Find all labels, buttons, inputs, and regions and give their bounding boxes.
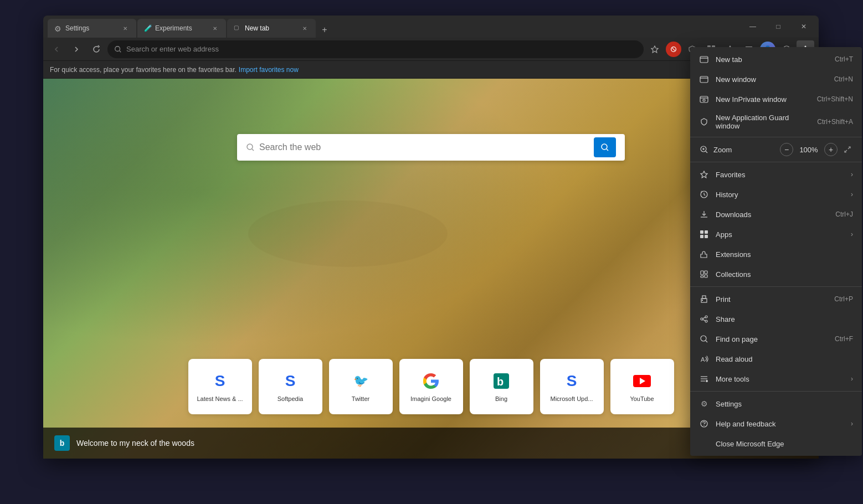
bing-icon: b [491, 371, 511, 391]
svg-point-0 [115, 46, 120, 51]
twitter-icon: 🐦 [351, 371, 371, 391]
menu-item-new-window[interactable]: New window Ctrl+N [690, 69, 862, 89]
tab-new-tab-label: New tab [245, 24, 297, 32]
tab-settings-label: Settings [65, 24, 117, 32]
tracking-prevention-btn[interactable] [665, 40, 682, 58]
new-window-menu-icon [699, 74, 709, 84]
menu-item-print[interactable]: Print Ctrl+P [690, 289, 862, 309]
page-search-bar[interactable] [237, 134, 625, 161]
menu-divider-4 [690, 391, 862, 392]
svg-line-1 [120, 50, 121, 52]
menu-item-zoom[interactable]: Zoom − 100% + [690, 140, 862, 160]
zoom-in-button[interactable]: + [824, 143, 838, 156]
menu-item-print-label: Print [716, 295, 828, 304]
minimize-button[interactable]: — [740, 16, 766, 38]
badge-red [666, 42, 681, 57]
apps-menu-icon [699, 229, 709, 239]
favorites-bar-message: For quick access, place your favorites h… [50, 66, 237, 74]
more-tools-menu-icon [699, 374, 709, 384]
menu-item-find[interactable]: Find on page Ctrl+F [690, 329, 862, 349]
history-arrow-icon: › [851, 191, 853, 198]
history-menu-icon [699, 189, 709, 199]
tabs-area: ⚙ Settings ✕ 🧪 Experiments ✕ ▢ New tab ✕… [43, 16, 740, 38]
page-search-input[interactable] [259, 142, 589, 152]
menu-item-inprivate-shortcut: Ctrl+Shift+N [817, 95, 853, 103]
svg-line-4 [672, 48, 675, 50]
menu-item-help[interactable]: Help and feedback › [690, 414, 862, 434]
menu-item-settings[interactable]: ⚙ Settings [690, 394, 862, 414]
tab-experiments[interactable]: 🧪 Experiments ✕ [137, 19, 226, 38]
back-button[interactable] [48, 40, 65, 58]
menu-item-read-aloud-label: Read aloud [716, 355, 853, 363]
latest-news-icon: S [210, 371, 230, 391]
qa-tile-youtube[interactable]: YouTube [610, 359, 674, 414]
window-controls: — □ ✕ [740, 16, 819, 38]
menu-item-collections-label: Collections [716, 270, 853, 279]
tab-settings[interactable]: ⚙ Settings ✕ [48, 19, 136, 38]
svg-text:A: A [701, 356, 705, 363]
menu-item-downloads[interactable]: Downloads Ctrl+J [690, 204, 862, 224]
downloads-menu-icon [699, 209, 709, 219]
menu-item-history[interactable]: History › [690, 184, 862, 204]
menu-item-downloads-shortcut: Ctrl+J [835, 210, 853, 218]
menu-item-new-tab[interactable]: New tab Ctrl+T [690, 49, 862, 69]
menu-item-share[interactable]: Share [690, 309, 862, 329]
menu-item-appguard[interactable]: New Application Guard window Ctrl+Shift+… [690, 109, 862, 135]
qa-tile-imagini-google[interactable]: Imagini Google [399, 359, 463, 414]
address-bar[interactable]: Search or enter web address [107, 40, 644, 58]
svg-rect-44 [700, 230, 703, 234]
menu-item-read-aloud[interactable]: A Read aloud [690, 349, 862, 369]
bing-logo: b [54, 435, 70, 451]
tab-experiments-close[interactable]: ✕ [210, 24, 219, 33]
menu-item-more-tools-label: More tools [716, 375, 844, 383]
tab-settings-close[interactable]: ✕ [121, 24, 130, 33]
svg-marker-2 [651, 46, 658, 53]
experiments-tab-icon: 🧪 [144, 24, 152, 32]
svg-line-59 [703, 320, 705, 321]
qa-tile-softpedia-label: Softpedia [259, 395, 322, 402]
menu-item-close-edge[interactable]: Close Microsoft Edge [690, 434, 862, 454]
menu-item-extensions[interactable]: Extensions [690, 244, 862, 264]
menu-item-inprivate[interactable]: New InPrivate window Ctrl+Shift+N [690, 89, 862, 109]
qa-tile-imagini-google-label: Imagini Google [399, 395, 463, 402]
menu-item-more-tools[interactable]: More tools › [690, 369, 862, 389]
menu-item-apps[interactable]: Apps › [690, 224, 862, 244]
qa-tile-microsoft-upd[interactable]: S Microsoft Upd... [540, 359, 604, 414]
favorites-icon-btn[interactable] [646, 40, 664, 58]
qa-tile-twitter[interactable]: 🐦 Twitter [329, 359, 393, 414]
share-menu-icon [699, 314, 709, 324]
zoom-out-button[interactable]: − [780, 143, 793, 156]
forward-button[interactable] [68, 40, 85, 58]
menu-item-new-tab-shortcut: Ctrl+T [835, 55, 853, 63]
menu-item-find-shortcut: Ctrl+F [835, 335, 853, 343]
import-favorites-link[interactable]: Import favorites now [239, 66, 299, 74]
youtube-icon [632, 371, 652, 391]
qa-tile-bing[interactable]: b Bing [470, 359, 533, 414]
add-tab-button[interactable]: + [317, 22, 332, 38]
menu-item-settings-label: Settings [716, 400, 853, 408]
qa-tile-latest-news[interactable]: S Latest News & ... [188, 359, 252, 414]
svg-point-68 [703, 425, 705, 426]
help-menu-icon [699, 419, 709, 429]
svg-point-56 [701, 318, 703, 320]
menu-item-inprivate-label: New InPrivate window [716, 95, 810, 104]
menu-item-collections[interactable]: Collections [690, 264, 862, 284]
menu-item-new-window-shortcut: Ctrl+N [834, 75, 853, 83]
qa-tile-softpedia[interactable]: S Softpedia [259, 359, 322, 414]
title-bar: ⚙ Settings ✕ 🧪 Experiments ✕ ▢ New tab ✕… [43, 16, 819, 38]
menu-item-downloads-label: Downloads [716, 210, 829, 219]
extensions-menu-icon [699, 249, 709, 259]
maximize-button[interactable]: □ [766, 16, 791, 38]
tab-new-tab-close[interactable]: ✕ [300, 24, 309, 33]
settings-tab-icon: ⚙ [54, 24, 62, 32]
close-button[interactable]: ✕ [791, 16, 816, 38]
tab-new-tab[interactable]: ▢ New tab ✕ [227, 19, 316, 38]
menu-divider-2 [690, 162, 862, 162]
page-search-button[interactable] [594, 137, 616, 157]
svg-line-61 [706, 341, 707, 342]
refresh-button[interactable] [88, 40, 105, 58]
menu-item-favorites[interactable]: Favorites › [690, 164, 862, 184]
zoom-expand-icon[interactable] [842, 144, 853, 155]
svg-marker-40 [701, 171, 707, 178]
appguard-menu-icon [699, 117, 709, 127]
